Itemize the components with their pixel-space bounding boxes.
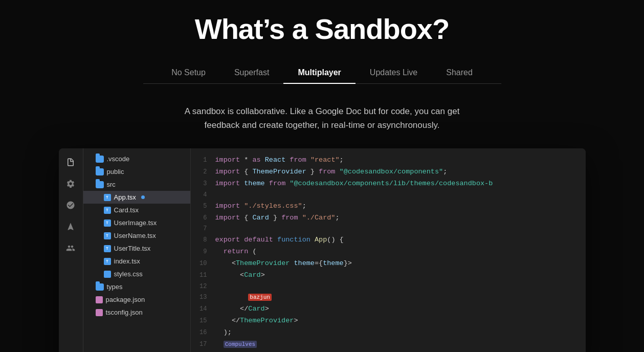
folder-icon — [96, 283, 104, 291]
editor-container: .vscode public src T App.tsx T Card.tsx … — [59, 148, 586, 352]
json-icon — [96, 309, 103, 316]
code-content: 1 import * as React from "react"; 2 impo… — [191, 148, 586, 352]
team-icon[interactable] — [65, 243, 76, 254]
code-line-8: 8 export default function App() { — [191, 234, 586, 246]
folder-icon — [96, 181, 104, 188]
files-icon[interactable] — [65, 157, 76, 168]
tree-item-vscode[interactable]: .vscode — [83, 152, 190, 165]
code-line-10: 10 <ThemeProvider theme={theme}> — [191, 258, 586, 270]
modified-dot — [141, 195, 145, 199]
css-icon — [104, 271, 111, 278]
code-line-2: 2 import { ThemeProvider } from "@codesa… — [191, 166, 586, 178]
folder-icon — [96, 156, 104, 163]
code-line-1: 1 import * as React from "react"; — [191, 155, 586, 166]
code-editor: 1 import * as React from "react"; 2 impo… — [191, 148, 586, 352]
code-line-4: 4 — [191, 190, 586, 200]
tree-item-types[interactable]: types — [83, 280, 190, 293]
tree-item-usertitle-tsx[interactable]: T UserTitle.tsx — [83, 242, 190, 255]
tree-item-tsconfig-json[interactable]: tsconfig.json — [83, 306, 190, 319]
code-line-16: 16 ); — [191, 327, 586, 339]
json-icon — [96, 296, 103, 303]
code-line-7: 7 — [191, 224, 586, 234]
git-icon[interactable] — [65, 200, 76, 211]
tree-item-app-tsx[interactable]: T App.tsx — [83, 191, 190, 204]
page-title: What’s a Sandbox? — [195, 12, 449, 46]
tsx-icon: T — [104, 207, 111, 214]
code-line-15: 15 </ThemeProvider> — [191, 315, 586, 327]
tabs-navigation: No Setup Superfast Multiplayer Updates L… — [143, 62, 501, 84]
tsx-icon: T — [104, 219, 111, 227]
tree-item-public[interactable]: public — [83, 165, 190, 178]
tree-item-styles-css[interactable]: styles.css — [83, 268, 190, 280]
folder-icon — [96, 168, 104, 175]
sidebar-icons — [59, 148, 83, 352]
tree-item-src[interactable]: src — [83, 178, 190, 191]
tsx-icon: T — [104, 245, 111, 252]
tree-item-index-tsx[interactable]: T index.tsx — [83, 255, 190, 268]
code-line-5: 5 import "./styles.css"; — [191, 201, 586, 212]
tree-item-package-json[interactable]: package.json — [83, 293, 190, 306]
cursor-bazjun: bazjun — [248, 294, 272, 301]
tsx-icon: T — [104, 258, 111, 265]
tab-updates-live[interactable]: Updates Live — [356, 62, 432, 83]
code-line-12: 12 — [191, 281, 586, 292]
deploy-icon[interactable] — [65, 221, 76, 232]
tree-item-userimage-tsx[interactable]: T UserImage.tsx — [83, 216, 190, 229]
tsx-icon: T — [104, 194, 111, 201]
tree-item-username-tsx[interactable]: T UserName.tsx — [83, 229, 190, 242]
tab-no-setup[interactable]: No Setup — [157, 62, 220, 83]
cursor-compulves: Compulves — [224, 341, 257, 348]
tab-superfast[interactable]: Superfast — [220, 62, 283, 83]
code-line-14: 14 </Card> — [191, 303, 586, 315]
file-tree: .vscode public src T App.tsx T Card.tsx … — [83, 148, 191, 352]
code-line-6: 6 import { Card } from "./Card"; — [191, 212, 586, 224]
code-line-3: 3 import theme from "@codesandbox/compon… — [191, 178, 586, 190]
code-line-9: 9 return ( — [191, 246, 586, 258]
tsx-icon: T — [104, 232, 111, 239]
code-line-17: 17 Compulves — [191, 339, 586, 350]
settings-icon[interactable] — [65, 178, 76, 189]
tab-multiplayer[interactable]: Multiplayer — [283, 62, 355, 83]
description-text: A sandbox is collaborative. Like a Googl… — [185, 104, 460, 132]
tree-item-card-tsx[interactable]: T Card.tsx — [83, 204, 190, 216]
code-line-11: 11 <Card> — [191, 270, 586, 281]
page-wrapper: What’s a Sandbox? No Setup Superfast Mul… — [0, 0, 644, 352]
tab-shared[interactable]: Shared — [432, 62, 487, 83]
code-line-13: 13 bazjun — [191, 292, 586, 303]
